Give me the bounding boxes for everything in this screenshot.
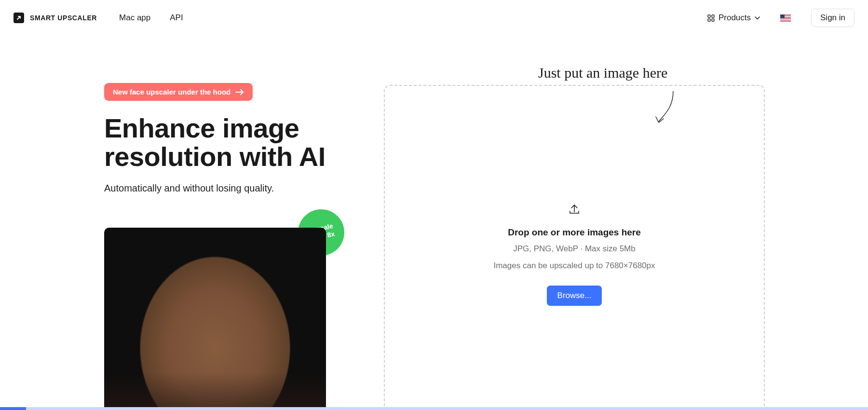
- dropzone[interactable]: Drop one or more images here JPG, PNG, W…: [384, 85, 765, 410]
- svg-rect-1: [712, 15, 714, 17]
- dropzone-title: Drop one or more images here: [508, 227, 641, 238]
- browse-button[interactable]: Browse...: [547, 286, 602, 306]
- demo-image-wrap: Upscale up to 8x After: [104, 228, 326, 410]
- brand-label[interactable]: SMART UPSCALER: [30, 14, 97, 22]
- main-content: New face upscaler under the hood Enhance…: [0, 36, 868, 410]
- dropzone-formats: JPG, PNG, WebP · Max size 5Mb: [513, 243, 636, 255]
- arrow-right-icon: [235, 89, 244, 95]
- hero-column: New face upscaler under the hood Enhance…: [104, 36, 326, 410]
- products-label: Products: [719, 13, 751, 23]
- chevron-down-icon: [755, 16, 760, 20]
- dropzone-hint: Just put an image here: [538, 65, 765, 81]
- svg-rect-2: [708, 19, 710, 21]
- feature-tag-label: New face upscaler under the hood: [113, 88, 231, 96]
- svg-rect-3: [712, 19, 714, 21]
- products-dropdown[interactable]: Products: [707, 13, 760, 23]
- language-flag-icon[interactable]: [780, 14, 791, 22]
- logo-icon[interactable]: [14, 13, 24, 23]
- page-progress-bar: [0, 407, 26, 410]
- page-progress-track: [0, 407, 868, 410]
- subheadline: Automatically and without losing quality…: [104, 183, 326, 194]
- grid-icon: [707, 14, 715, 22]
- signin-button[interactable]: Sign in: [811, 9, 854, 27]
- svg-rect-0: [708, 15, 710, 17]
- headline: Enhance image resolution with AI: [104, 114, 326, 171]
- nav-api[interactable]: API: [163, 11, 190, 25]
- demo-image: [104, 228, 326, 410]
- dropzone-column: Just put an image here Drop one or more …: [384, 36, 765, 410]
- dropzone-maxsize: Images can be upscaled up to 7680×7680px: [493, 260, 655, 272]
- feature-tag[interactable]: New face upscaler under the hood: [104, 83, 253, 101]
- nav-mac-app[interactable]: Mac app: [112, 11, 157, 25]
- hint-arrow-icon: [649, 89, 678, 127]
- header: SMART UPSCALER Mac app API Products Sign…: [0, 0, 868, 36]
- upload-icon: [568, 202, 581, 216]
